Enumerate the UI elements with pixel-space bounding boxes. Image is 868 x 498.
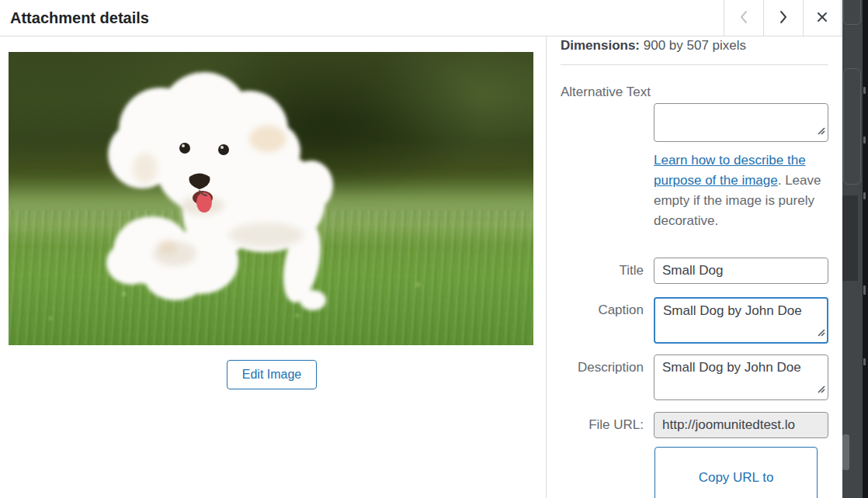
- alternative-text-label: Alternative Text: [561, 85, 651, 100]
- backdrop-shape: [843, 0, 861, 25]
- modal-header: Attachment details: [0, 0, 842, 36]
- dog-illustration: [9, 52, 533, 345]
- backdrop-shape: [843, 68, 861, 185]
- title-input[interactable]: [654, 258, 828, 284]
- attachment-details-sidebar: Dimensions: 900 by 507 pixels Alternativ…: [547, 36, 842, 498]
- dimensions-row: Dimensions: 900 by 507 pixels: [561, 38, 746, 54]
- backdrop-shape: [842, 434, 849, 470]
- caption-label: Caption: [547, 303, 644, 318]
- chevron-left-icon: [738, 9, 749, 27]
- media-modal: Attachment details: [0, 0, 868, 498]
- file-url-label: File URL:: [547, 417, 644, 433]
- next-attachment-button[interactable]: [763, 0, 802, 36]
- description-input[interactable]: [654, 354, 828, 400]
- attachment-preview-image: [9, 52, 533, 345]
- close-modal-button[interactable]: [803, 0, 842, 36]
- close-icon: [816, 11, 828, 26]
- copy-url-button[interactable]: Copy URL to clipboard: [654, 447, 818, 498]
- alternative-text-input[interactable]: [654, 103, 828, 142]
- dimmed-backdrop: [842, 0, 863, 498]
- alt-text-help: Learn how to describe the purpose of the…: [654, 150, 832, 231]
- edit-image-button[interactable]: Edit Image: [227, 360, 317, 389]
- file-url-input[interactable]: [654, 412, 828, 438]
- sidebar-horizontal-rule: [561, 64, 828, 65]
- modal-title: Attachment details: [10, 0, 149, 36]
- dimensions-value: 900 by 507 pixels: [644, 38, 746, 53]
- title-label: Title: [547, 263, 644, 278]
- description-label: Description: [547, 360, 644, 375]
- backdrop-shape: [842, 195, 858, 281]
- backdrop-edge: [863, 0, 868, 498]
- caption-input[interactable]: [654, 297, 828, 344]
- previous-attachment-button[interactable]: [724, 0, 762, 36]
- chevron-right-icon: [778, 9, 789, 27]
- dimensions-label: Dimensions:: [561, 38, 640, 53]
